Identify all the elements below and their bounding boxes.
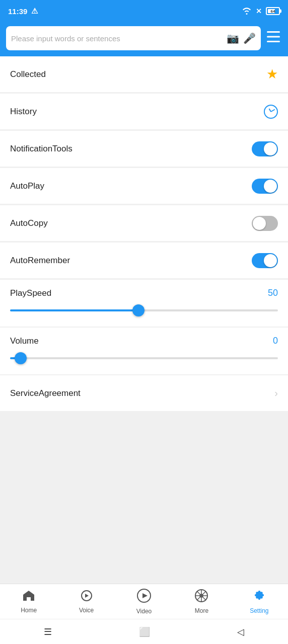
notification-tools-label: NotificationTools — [10, 144, 73, 154]
mic-icon[interactable]: 🎤 — [243, 32, 256, 44]
home-nav-icon — [22, 590, 35, 605]
battery-icon: 64 — [266, 7, 280, 15]
play-speed-label: PlaySpeed — [10, 288, 51, 298]
auto-play-toggle[interactable] — [252, 179, 278, 194]
volume-track — [10, 357, 278, 359]
search-placeholder: Please input words or sentences — [11, 34, 223, 43]
play-speed-slider[interactable] — [10, 305, 278, 315]
warning-icon: ⚠ — [31, 7, 38, 16]
x-icon: ✕ — [256, 7, 262, 15]
wifi-icon — [242, 7, 252, 15]
volume-label: Volume — [10, 336, 39, 346]
more-nav-icon — [195, 589, 208, 605]
nav-video-label: Video — [136, 608, 152, 615]
auto-play-label: AutoPlay — [10, 181, 44, 191]
auto-remember-label: AutoRemember — [10, 256, 70, 266]
history-item[interactable]: History — [0, 94, 288, 130]
status-bar: 11:39 ⚠ ✕ 64 — [0, 0, 288, 22]
volume-header: Volume 0 — [10, 336, 278, 346]
auto-remember-item: AutoRemember — [0, 243, 288, 279]
nav-more-label: More — [195, 607, 208, 614]
setting-nav-icon — [253, 589, 266, 605]
auto-remember-section: AutoRemember — [0, 243, 288, 279]
android-back-btn[interactable]: ◁ — [227, 622, 254, 641]
nav-item-video[interactable]: Video — [115, 584, 173, 619]
history-label: History — [10, 107, 37, 117]
play-speed-fill — [10, 309, 138, 311]
service-agreement-label: ServiceAgreement — [10, 388, 81, 398]
auto-play-section: AutoPlay — [0, 168, 288, 204]
android-menu-btn[interactable]: ☰ — [34, 622, 62, 641]
nav-home-label: Home — [21, 607, 37, 614]
voice-nav-icon — [81, 590, 93, 605]
play-speed-section: PlaySpeed 50 — [0, 280, 288, 327]
android-home-btn[interactable]: ⬜ — [129, 622, 160, 641]
auto-copy-section: AutoCopy — [0, 205, 288, 242]
chevron-right-icon: › — [274, 387, 278, 399]
auto-remember-toggle[interactable] — [252, 253, 278, 268]
nav-item-voice[interactable]: Voice — [57, 584, 115, 619]
play-speed-header: PlaySpeed 50 — [10, 288, 278, 298]
service-agreement-item[interactable]: ServiceAgreement › — [0, 375, 288, 412]
history-section: History — [0, 94, 288, 130]
star-icon: ★ — [266, 66, 278, 82]
play-speed-value: 50 — [268, 288, 278, 298]
status-icons: ✕ 64 — [242, 7, 280, 15]
video-nav-icon — [137, 589, 151, 606]
service-agreement-section: ServiceAgreement › — [0, 375, 288, 412]
nav-setting-label: Setting — [250, 607, 268, 614]
menu-icon[interactable] — [265, 29, 282, 47]
svg-rect-0 — [267, 31, 280, 33]
play-speed-thumb[interactable] — [132, 304, 145, 316]
auto-copy-toggle[interactable] — [252, 216, 278, 231]
search-bar: Please input words or sentences 📷 🎤 — [0, 22, 288, 56]
notification-tools-item: NotificationTools — [0, 131, 288, 167]
svg-rect-1 — [267, 36, 280, 38]
notification-tools-toggle[interactable] — [252, 141, 278, 156]
svg-rect-2 — [267, 41, 280, 42]
auto-play-item: AutoPlay — [0, 168, 288, 204]
search-input-container[interactable]: Please input words or sentences 📷 🎤 — [6, 26, 261, 50]
camera-icon[interactable]: 📷 — [227, 32, 239, 44]
android-nav: ☰ ⬜ ◁ — [0, 619, 288, 644]
play-speed-track — [10, 309, 278, 311]
volume-thumb[interactable] — [15, 352, 27, 364]
nav-item-setting[interactable]: Setting — [231, 584, 288, 619]
volume-value: 0 — [273, 336, 278, 346]
nav-voice-label: Voice — [79, 607, 94, 614]
clock-icon — [264, 105, 278, 119]
volume-slider[interactable] — [10, 353, 278, 363]
collected-label: Collected — [10, 69, 46, 79]
main-content: Collected ★ History NotificationTools Au… — [0, 56, 288, 584]
volume-section: Volume 0 — [0, 328, 288, 374]
collected-section: Collected ★ — [0, 56, 288, 93]
nav-item-more[interactable]: More — [173, 584, 230, 619]
nav-item-home[interactable]: Home — [0, 584, 57, 619]
bottom-nav: Home Voice Video — [0, 584, 288, 619]
collected-item[interactable]: Collected ★ — [0, 56, 288, 93]
notification-tools-section: NotificationTools — [0, 131, 288, 167]
status-time: 11:39 — [8, 7, 27, 16]
auto-copy-label: AutoCopy — [10, 218, 48, 228]
auto-copy-item: AutoCopy — [0, 205, 288, 242]
